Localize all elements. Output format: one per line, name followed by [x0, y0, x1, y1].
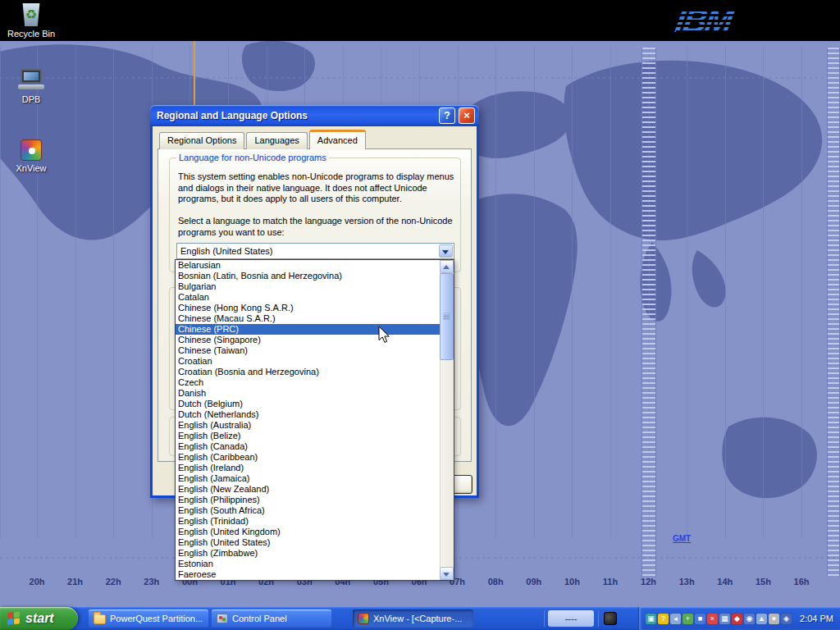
dialog-titlebar[interactable]: Regional and Language Options ? × — [150, 105, 479, 126]
recycle-bin-desktop-icon[interactable]: ♻ Recycle Bin — [0, 3, 62, 39]
dropdown-item[interactable]: English (Trinidad) — [176, 516, 440, 527]
language-dropdown: BelarusianBosnian (Latin, Bosnia and Her… — [175, 259, 454, 581]
scrollbar-down-arrow[interactable] — [440, 567, 454, 580]
dropdown-item[interactable]: English (Canada) — [176, 441, 440, 452]
dialog-title: Regional and Language Options — [157, 105, 308, 126]
help-button[interactable]: ? — [439, 107, 455, 124]
language-combobox[interactable]: English (United States) — [176, 243, 454, 259]
dropdown-item[interactable]: Dutch (Netherlands) — [176, 409, 440, 420]
scrollbar-up-arrow[interactable] — [440, 260, 454, 273]
taskbar-divider — [543, 610, 545, 627]
eject-tray-icon[interactable]: ◂ — [670, 614, 681, 624]
start-button-label: start — [25, 611, 54, 626]
dropdown-item[interactable]: Belarusian — [176, 260, 440, 271]
dropdown-item[interactable]: English (Australia) — [176, 420, 440, 431]
wallpaper-top-band: IBM — [0, 0, 840, 41]
dropdown-item[interactable]: English (United Kingdom) — [176, 527, 440, 537]
dropdown-scrollbar[interactable] — [440, 260, 454, 580]
update-tray-icon[interactable]: + — [682, 614, 693, 624]
language-dropdown-list: BelarusianBosnian (Latin, Bosnia and Her… — [176, 260, 440, 580]
dropdown-item[interactable]: Croatian — [176, 356, 440, 367]
tab-regional-options[interactable]: Regional Options — [159, 132, 244, 149]
combobox-dropdown-button[interactable] — [439, 244, 453, 258]
taskbar-divider — [597, 610, 599, 627]
recycle-bin-icon: ♻ — [21, 3, 42, 26]
window-button-label: PowerQuest Partition... — [110, 614, 203, 623]
alert-tray-icon[interactable]: × — [707, 614, 718, 624]
network-tray-icon[interactable]: ▲ — [756, 614, 767, 624]
language-non-unicode-groupbox: Language for non-Unicode programs This s… — [169, 158, 461, 272]
dropdown-item[interactable]: Catalan — [176, 292, 440, 303]
xnview-label: XnView — [0, 163, 62, 173]
taskbar-window-button[interactable]: XnView - [<Capture-... — [353, 609, 473, 628]
dropdown-item[interactable]: English (South Africa) — [176, 505, 440, 516]
battery-tray-icon[interactable]: ● — [769, 614, 779, 624]
tab-languages[interactable]: Languages — [246, 132, 307, 149]
dropdown-item[interactable]: Chinese (Taiwan) — [176, 345, 440, 356]
app-tray-icon[interactable]: ■ — [695, 614, 705, 624]
dropdown-item[interactable]: Faeroese — [176, 569, 440, 580]
xnview-icon — [21, 139, 42, 161]
tray-icons: ▣?◂+■×▦◆◉▲●◈ — [646, 614, 792, 624]
dropdown-item[interactable]: English (Caribbean) — [176, 452, 440, 463]
dropdown-item[interactable]: Bosnian (Latin, Bosnia and Herzegovina) — [176, 271, 440, 281]
dropdown-item[interactable]: English (Philippines) — [176, 495, 440, 505]
dropdown-item[interactable]: English (Zimbabwe) — [176, 548, 440, 559]
tab-advanced[interactable]: Advanced — [309, 130, 366, 149]
recycle-bin-label: Recycle Bin — [0, 29, 62, 39]
dropdown-item[interactable]: Chinese (Singapore) — [176, 335, 440, 345]
dropdown-item[interactable]: Czech — [176, 377, 440, 388]
hatched-timezone-band-right — [827, 48, 840, 577]
ibm-logo-stripes — [676, 1, 774, 40]
dialog-tabstrip: Regional Options Languages Advanced — [159, 132, 368, 149]
quick-launch-icon[interactable] — [604, 612, 617, 625]
dropdown-item[interactable]: Chinese (Macau S.A.R.) — [176, 313, 440, 324]
scrollbar-thumb[interactable] — [440, 273, 454, 360]
taskbar-clock[interactable]: 2:04 PM — [800, 607, 833, 630]
antivirus-tray-icon[interactable]: ◆ — [732, 614, 742, 624]
dropdown-item[interactable]: Estonian — [176, 559, 440, 569]
laptop-icon — [18, 69, 44, 92]
dropdown-item-selected[interactable]: Chinese (PRC) — [176, 324, 440, 335]
ibm-logo: IBM — [676, 1, 774, 40]
dropdown-item[interactable]: Bulgarian — [176, 281, 440, 292]
language-combobox-value: English (United States) — [180, 244, 273, 258]
scheduler-tray-icon[interactable]: ◈ — [781, 614, 792, 624]
dpb-label: DPB — [0, 94, 62, 104]
xnview-taskbar-icon — [358, 613, 369, 624]
hatched-timezone-band — [641, 48, 656, 577]
help-tray-icon[interactable]: ? — [658, 614, 669, 624]
window-button-label: Control Panel — [232, 614, 287, 623]
dropdown-item[interactable]: English (United States) — [176, 537, 440, 548]
start-button[interactable]: start — [0, 607, 78, 630]
taskbar: start PowerQuest Partition... Control Pa… — [0, 607, 840, 630]
dropdown-item[interactable]: English (Ireland) — [176, 463, 440, 473]
taskbar-deskband[interactable]: ---- — [548, 610, 594, 627]
window-button-label: XnView - [<Capture-... — [373, 614, 462, 623]
grid-tray-icon[interactable]: ▦ — [719, 614, 730, 624]
dropdown-item[interactable]: Croatian (Bosnia and Herzegovina) — [176, 367, 440, 377]
taskbar-window-button[interactable]: PowerQuest Partition... — [89, 609, 208, 628]
description-text-2: Select a language to match the language … — [178, 216, 463, 238]
dropdown-item[interactable]: English (Jamaica) — [176, 473, 440, 484]
dropdown-item[interactable]: English (Belize) — [176, 431, 440, 441]
display-tray-icon[interactable]: ▣ — [646, 614, 656, 624]
gmt-label: GMT — [673, 534, 691, 543]
description-text-1: This system setting enables non-Unicode … — [178, 171, 463, 205]
dpb-desktop-icon[interactable]: DPB — [0, 69, 62, 104]
close-button[interactable]: × — [459, 107, 475, 124]
control-panel-icon — [217, 614, 228, 623]
taskbar-window-button[interactable]: Control Panel — [212, 609, 331, 628]
volume-tray-icon[interactable]: ◉ — [744, 614, 755, 624]
windows-flag-icon — [7, 611, 21, 626]
dropdown-item[interactable]: Dutch (Belgium) — [176, 399, 440, 409]
xnview-desktop-icon[interactable]: XnView — [0, 139, 62, 173]
dropdown-item[interactable]: English (New Zealand) — [176, 484, 440, 495]
dropdown-item[interactable]: Danish — [176, 388, 440, 399]
folder-icon — [94, 614, 106, 624]
groupbox-title: Language for non-Unicode programs — [176, 153, 329, 162]
dropdown-item[interactable]: Chinese (Hong Kong S.A.R.) — [176, 303, 440, 313]
